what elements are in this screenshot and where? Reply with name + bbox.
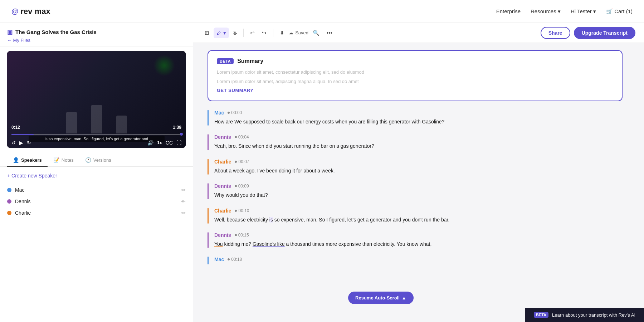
tab-notes[interactable]: 📝 Notes: [48, 153, 79, 167]
time-dot-6: [228, 258, 230, 260]
download-button[interactable]: ⬇: [277, 28, 287, 38]
text-part-5-1: kidding me?: [223, 241, 253, 247]
share-button[interactable]: Share: [541, 27, 570, 39]
entry-time-4[interactable]: 00:10: [235, 208, 249, 213]
header: @ rev max Enterprise Resources ▾ Hi Test…: [0, 0, 644, 23]
video-controls: ↺ ▶ ↻ 🔊 1x CC ⛶: [11, 140, 181, 146]
entry-border-2: [208, 159, 209, 175]
time-dot-1: [235, 136, 237, 138]
entry-speaker-mac-6: Mac: [214, 257, 224, 262]
video-figures: [66, 105, 127, 133]
nav-user[interactable]: Hi Tester ▾: [571, 8, 596, 15]
summary-title: Summary: [237, 58, 263, 64]
transcript-entry-0: Mac 00:00 How are We supposed to scale b…: [208, 110, 623, 126]
saved-label: Saved: [295, 30, 308, 35]
strikethrough-button[interactable]: S̶: [230, 28, 240, 38]
file-header: ▣ The Gang Solves the Gas Crisis ← My Fi…: [0, 23, 193, 47]
time-dot-4: [235, 210, 237, 212]
tab-versions[interactable]: 🕐 Versions: [79, 153, 117, 167]
ai-bar: BETA Learn about your transcript with Re…: [525, 308, 644, 322]
speed-indicator[interactable]: 1x: [157, 140, 162, 145]
logo: @ rev max: [11, 7, 50, 16]
toolbar-right: Share Upgrade Transcript: [541, 27, 635, 39]
get-summary-button[interactable]: GET SUMMARY: [217, 88, 254, 93]
entry-content-6: Mac 00:18: [214, 257, 623, 264]
entry-speaker-row-4: Charlie 00:10: [214, 208, 623, 214]
video-figure-3: [116, 116, 127, 133]
highlight-button[interactable]: 🖊 ▾: [214, 28, 229, 38]
speakers-section: + Create new Speaker Mac ✏ Dennis ✏ Char…: [0, 167, 193, 322]
cloud-icon: ☁: [289, 30, 293, 35]
entry-speaker-row-0: Mac 00:00: [214, 110, 623, 116]
time-dot-5: [235, 234, 237, 236]
toolbar: ⊞ 🖊 ▾ S̶ ↩ ↪ ⬇ ☁ Saved 🔍 ••• Share Upgra…: [193, 23, 644, 43]
entry-content-5: Dennis 00:15 You kidding me? Gasoline's …: [214, 232, 623, 248]
speaker-dot-dennis: [7, 199, 11, 204]
auto-scroll-button[interactable]: Resume Auto-Scroll ▲: [348, 292, 414, 304]
more-button[interactable]: •••: [324, 28, 335, 38]
speaker-item-mac: Mac ✏: [7, 184, 186, 196]
entry-border-1: [208, 134, 209, 150]
entry-content-2: Charlie 00:07 About a week ago. I've bee…: [214, 159, 623, 175]
user-chevron-icon: ▾: [593, 8, 596, 14]
speakers-icon: 👤: [13, 157, 19, 163]
nav-resources[interactable]: Resources ▾: [531, 8, 561, 15]
entry-time-1[interactable]: 00:04: [235, 135, 249, 140]
highlight-icon: 🖊 ▾: [216, 30, 226, 36]
replay-button[interactable]: ↺: [11, 140, 16, 146]
speaker-dot-mac: [7, 188, 11, 192]
entry-time-2[interactable]: 00:07: [235, 159, 249, 164]
entry-text-2: About a week ago. I've been doing it for…: [214, 167, 623, 175]
video-figure-2: [91, 105, 102, 133]
nav-enterprise[interactable]: Enterprise: [496, 8, 521, 14]
file-icon: ▣: [7, 29, 13, 35]
undo-button[interactable]: ↩: [247, 28, 258, 38]
left-panel: ▣ The Gang Solves the Gas Crisis ← My Fi…: [0, 23, 193, 322]
file-title: The Gang Solves the Gas Crisis: [15, 29, 97, 35]
logo-text: rev max: [21, 7, 50, 16]
video-time-end: 1:39: [173, 125, 181, 130]
add-element-button[interactable]: ⊞: [202, 28, 212, 38]
tab-speakers[interactable]: 👤 Speakers: [7, 153, 48, 167]
speaker-edit-charlie[interactable]: ✏: [181, 210, 186, 216]
video-scene: [7, 51, 186, 148]
captions-button[interactable]: CC: [166, 140, 173, 146]
transcript-entry-6: Mac 00:18: [208, 257, 623, 264]
video-time-start: 0:12: [11, 125, 20, 130]
speaker-edit-mac[interactable]: ✏: [181, 187, 186, 193]
play-button[interactable]: ▶: [19, 140, 23, 146]
summary-placeholder-1: Lorem ipsum dolor sit amet, consectetur …: [217, 69, 613, 76]
entry-time-3[interactable]: 00:09: [235, 184, 249, 189]
transcript-entry-5: Dennis 00:15 You kidding me? Gasoline's …: [208, 232, 623, 248]
entry-content-3: Dennis 00:09 Why would you do that?: [214, 183, 623, 199]
back-link[interactable]: ← My Files: [7, 38, 186, 43]
text-you-5: You: [214, 241, 223, 247]
video-progress-bar[interactable]: [11, 134, 181, 135]
transcript-entry-3: Dennis 00:09 Why would you do that?: [208, 183, 623, 199]
header-nav: Enterprise Resources ▾ Hi Tester ▾ 🛒 Car…: [496, 8, 633, 15]
search-button[interactable]: 🔍: [310, 28, 322, 38]
volume-button[interactable]: 🔊: [147, 140, 153, 146]
entry-time-0[interactable]: 00:00: [228, 110, 242, 115]
entry-border-6: [208, 257, 209, 264]
entry-speaker-row-3: Dennis 00:09: [214, 183, 623, 189]
fullscreen-button[interactable]: ⛶: [176, 140, 181, 146]
entry-time-5[interactable]: 00:15: [235, 233, 249, 238]
speaker-dot-charlie: [7, 211, 11, 215]
entry-time-6[interactable]: 00:18: [228, 257, 242, 262]
speaker-edit-dennis[interactable]: ✏: [181, 199, 186, 204]
chevron-down-icon: ▾: [558, 8, 561, 14]
redo-button[interactable]: ↪: [259, 28, 269, 38]
text-part-4-2: so expensive, man. So I figured, let's g…: [273, 217, 393, 223]
entry-border-5: [208, 232, 209, 248]
nav-cart[interactable]: 🛒 Cart (1): [606, 8, 633, 15]
time-dot-0: [228, 112, 230, 114]
forward-button[interactable]: ↻: [27, 140, 31, 146]
entry-content-1: Dennis 00:04 Yeah, bro. Since when did y…: [214, 134, 623, 150]
notes-icon: 📝: [53, 157, 59, 163]
summary-beta-badge: BETA: [217, 58, 234, 64]
upgrade-button[interactable]: Upgrade Transcript: [574, 27, 635, 39]
cart-icon: 🛒: [606, 8, 614, 14]
create-speaker-button[interactable]: + Create new Speaker: [7, 173, 186, 179]
strikethrough-icon: S̶: [233, 30, 237, 36]
